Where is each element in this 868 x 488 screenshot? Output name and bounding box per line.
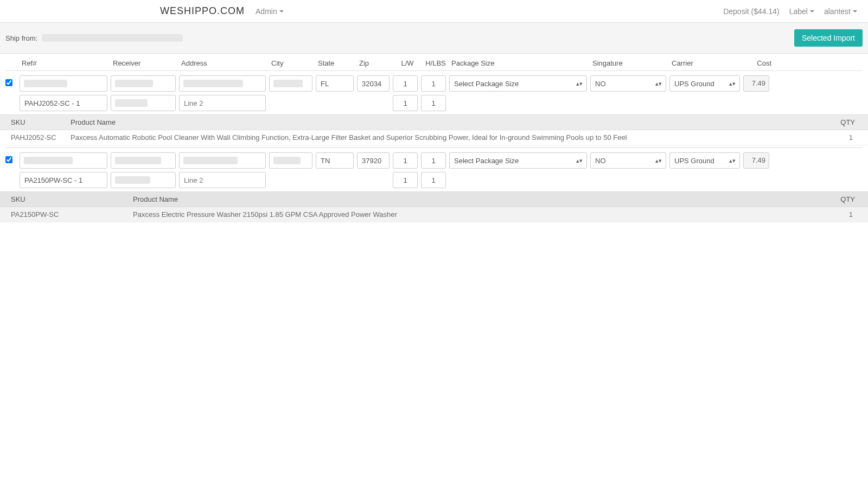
ship-from-label: Ship from: — [5, 34, 37, 42]
header-package: Package Size — [451, 59, 589, 67]
items-header: SKU Product Name QTY — [0, 114, 868, 130]
header-address: Address — [181, 59, 268, 67]
navbar-right: Deposit ($44.14) Label alantest — [723, 7, 857, 16]
order-row-2 — [5, 95, 863, 111]
lbs-input[interactable] — [421, 172, 446, 188]
item-qty: 1 — [830, 133, 863, 142]
header-receiver: Receiver — [113, 59, 178, 67]
order-block: Select Package Size ▴▾ NO ▴▾ UPS Ground … — [5, 70, 863, 145]
items-header-sku: SKU — [5, 195, 133, 203]
table-header: Ref# Receiver Address City State Zip L/W… — [5, 54, 863, 70]
item-row: PA2150PW-SC Paxcess Electric Pressure Wa… — [0, 207, 868, 222]
items-header: SKU Product Name QTY — [0, 191, 868, 207]
header-carrier: Carrier — [672, 59, 742, 67]
header-lw: L/W — [395, 59, 420, 67]
brand-logo: WESHIPPO.COM — [160, 5, 245, 17]
header-city: City — [271, 59, 315, 67]
width-input[interactable] — [393, 172, 418, 188]
order-block: Select Package Size ▴▾ NO ▴▾ UPS Ground … — [5, 147, 863, 222]
item-name: Paxcess Automatic Robotic Pool Cleaner W… — [71, 133, 830, 142]
item-row: PAHJ2052-SC Paxcess Automatic Robotic Po… — [0, 130, 868, 145]
caret-down-icon — [279, 10, 284, 12]
selected-import-button[interactable]: Selected Import — [794, 29, 863, 47]
item-name: Paxcess Electric Pressure Washer 2150psi… — [133, 210, 830, 219]
header-hlbs: H/LBS — [423, 59, 448, 67]
zip-input[interactable] — [357, 152, 390, 169]
admin-menu[interactable]: Admin — [256, 7, 284, 16]
items-header-name: Product Name — [133, 195, 830, 203]
header-cost: Cost — [745, 59, 771, 67]
order-checkbox[interactable] — [5, 156, 12, 163]
header-state: State — [318, 59, 356, 67]
ship-from-address-redacted — [42, 34, 183, 42]
header-ref: Ref# — [22, 59, 110, 67]
user-text: alantest — [824, 7, 851, 16]
address2-input[interactable] — [179, 172, 266, 188]
height-input[interactable] — [421, 152, 446, 169]
carrier-select[interactable]: UPS Ground — [669, 152, 740, 169]
items-header-qty: QTY — [830, 195, 863, 203]
header-zip: Zip — [359, 59, 392, 67]
order-row: Select Package Size ▴▾ NO ▴▾ UPS Ground … — [5, 152, 863, 169]
address2-input[interactable] — [179, 95, 266, 111]
carrier-select[interactable]: UPS Ground — [669, 75, 740, 92]
label-menu[interactable]: Label — [789, 7, 814, 16]
length-input[interactable] — [393, 75, 418, 92]
signature-select[interactable]: NO — [590, 152, 666, 169]
caret-down-icon — [853, 10, 857, 12]
user-menu[interactable]: alantest — [824, 7, 857, 16]
length-input[interactable] — [393, 152, 418, 169]
order-checkbox[interactable] — [5, 79, 12, 86]
state-input[interactable] — [316, 75, 354, 92]
order-row-2 — [5, 172, 863, 188]
cost-value: 7.49 — [743, 152, 769, 169]
item-sku: PA2150PW-SC — [5, 210, 133, 219]
package-size-select[interactable]: Select Package Size — [449, 152, 587, 169]
ref2-input[interactable] — [20, 95, 107, 111]
caret-down-icon — [810, 10, 814, 12]
signature-select[interactable]: NO — [590, 75, 666, 92]
navbar-left: WESHIPPO.COM Admin — [160, 5, 284, 17]
admin-label: Admin — [256, 7, 277, 16]
ship-from-bar: Ship from: Selected Import — [0, 23, 868, 54]
zip-input[interactable] — [357, 75, 390, 92]
order-row: Select Package Size ▴▾ NO ▴▾ UPS Ground … — [5, 75, 863, 92]
items-header-name: Product Name — [71, 118, 830, 126]
state-input[interactable] — [316, 152, 354, 169]
height-input[interactable] — [421, 75, 446, 92]
ref2-input[interactable] — [20, 172, 107, 188]
package-size-select[interactable]: Select Package Size — [449, 75, 587, 92]
items-header-qty: QTY — [830, 118, 863, 126]
label-text: Label — [789, 7, 808, 16]
item-qty: 1 — [830, 210, 863, 219]
orders-content: Ref# Receiver Address City State Zip L/W… — [0, 54, 868, 222]
cost-value: 7.49 — [743, 75, 769, 92]
header-signature: Singature — [592, 59, 668, 67]
width-input[interactable] — [393, 95, 418, 111]
item-sku: PAHJ2052-SC — [5, 133, 71, 142]
items-header-sku: SKU — [5, 118, 71, 126]
lbs-input[interactable] — [421, 95, 446, 111]
deposit-link[interactable]: Deposit ($44.14) — [723, 7, 780, 16]
navbar: WESHIPPO.COM Admin Deposit ($44.14) Labe… — [0, 0, 868, 23]
